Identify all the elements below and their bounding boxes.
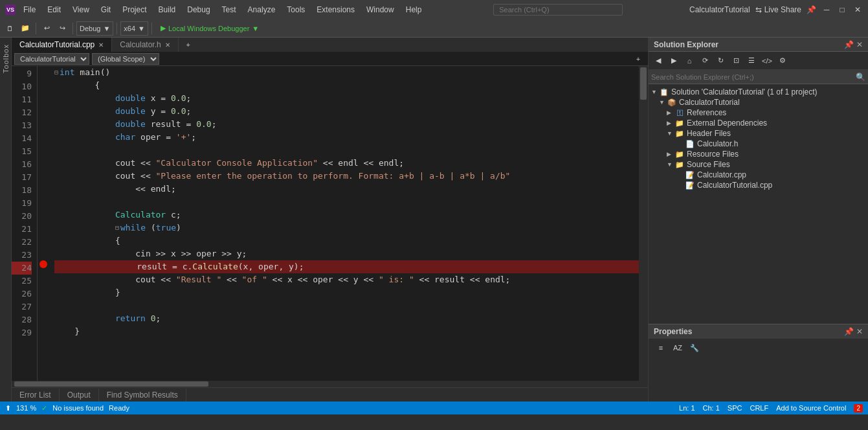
sol-close-button[interactable]: ✕ <box>856 40 863 49</box>
tab-error-list[interactable]: Error List <box>12 389 60 402</box>
prop-close-button[interactable]: ✕ <box>856 327 863 336</box>
sol-refresh-button[interactable]: ↻ <box>713 54 728 68</box>
class-dropdown[interactable]: CalculatorTutorial <box>14 53 89 65</box>
menu-extensions[interactable]: Extensions <box>311 4 360 16</box>
code-line-15 <box>54 144 639 157</box>
sol-xml-button[interactable]: </> <box>760 54 774 68</box>
sol-filter-button[interactable]: ⊡ <box>729 54 743 68</box>
tree-project[interactable]: ▼ 📦 CalculatorTutorial <box>649 97 868 107</box>
editor-body: 9 10 11 12 13 14 15 16 17 18 19 20 21 22… <box>12 66 648 381</box>
menu-file[interactable]: File <box>18 4 41 16</box>
tab-calculator-h[interactable]: Calculator.h ✕ <box>112 38 178 52</box>
redo-button[interactable]: ↪ <box>55 21 69 36</box>
menu-tools[interactable]: Tools <box>282 4 310 16</box>
code-line-28: return 0; <box>54 312 639 325</box>
calculatortutorial-cpp-label: CalculatorTutorial.cpp <box>697 181 772 190</box>
status-position: Ln: 1 <box>679 404 695 412</box>
toolbar-sep-3 <box>117 23 117 34</box>
window-title <box>493 4 623 16</box>
solution-explorer-search: 🔍 <box>649 70 868 84</box>
menu-build[interactable]: Build <box>153 4 181 16</box>
sol-sync-button[interactable]: ⟳ <box>698 54 712 68</box>
debug-config-dropdown[interactable]: Debug ▼ <box>76 21 113 36</box>
breakpoint-24[interactable] <box>39 260 47 268</box>
menu-edit[interactable]: Edit <box>42 4 66 16</box>
status-zoom[interactable]: 131 % <box>16 404 36 412</box>
sol-view-button[interactable]: ☰ <box>744 54 759 68</box>
tab-find-symbol-results[interactable]: Find Symbol Results <box>99 389 186 402</box>
tree-solution[interactable]: ▼ 📋 Solution 'CalculatorTutorial' (1 of … <box>649 87 868 97</box>
code-line-12: double y = 0.0; <box>54 105 639 118</box>
tab-output[interactable]: Output <box>60 389 99 402</box>
arch-arrow: ▼ <box>138 25 145 32</box>
menu-debug[interactable]: Debug <box>182 4 215 16</box>
tab-calculatortutorial-cpp[interactable]: CalculatorTutorial.cpp ✕ <box>12 38 112 52</box>
prop-pin-button[interactable]: 📌 <box>844 327 854 336</box>
sol-search-field[interactable] <box>651 73 856 81</box>
prop-cat-button[interactable]: ≡ <box>654 341 668 355</box>
toolbar-sep-2 <box>72 23 73 34</box>
prop-alpha-button[interactable]: AZ <box>671 341 685 355</box>
properties-toolbar: ≡ AZ 🔧 <box>649 339 868 357</box>
undo-button[interactable]: ↩ <box>39 21 54 36</box>
h-scrollbar-thumb[interactable] <box>14 381 208 387</box>
prop-wrench-button[interactable]: 🔧 <box>687 341 702 355</box>
sol-home-button[interactable]: ⌂ <box>682 54 696 68</box>
liveshare-button[interactable]: ⇆ Live Share <box>755 5 801 14</box>
sol-props-button[interactable]: ⚙ <box>775 54 790 68</box>
tree-references[interactable]: ▶ ⚿ References <box>649 107 868 118</box>
code-area[interactable]: ⊟int main() { double x = 0.0; double y =… <box>49 66 639 381</box>
add-source-control[interactable]: Add to Source Control <box>776 404 846 412</box>
sol-search-icon: 🔍 <box>856 73 865 82</box>
add-nav-button[interactable]: + <box>631 52 645 66</box>
tree-calculator-h[interactable]: 📄 Calculator.h <box>649 139 868 149</box>
vertical-scrollbar[interactable] <box>639 66 648 381</box>
title-search-input[interactable] <box>493 4 623 16</box>
calculator-cpp-icon: 📝 <box>685 171 695 179</box>
header-files-icon: 📁 <box>674 130 685 138</box>
calculator-cpp-label: Calculator.cpp <box>697 170 746 179</box>
tree-calculatortutorial-cpp[interactable]: 📝 CalculatorTutorial.cpp <box>649 180 868 190</box>
open-file-button[interactable]: 📁 <box>18 21 32 36</box>
horizontal-scrollbar[interactable] <box>12 381 648 387</box>
code-line-13: double result = 0.0; <box>54 118 639 131</box>
source-control-icon[interactable]: ⬆ <box>5 404 11 413</box>
code-line-27 <box>54 299 639 312</box>
menu-help[interactable]: Help <box>401 4 427 16</box>
new-tab-button[interactable]: + <box>181 38 195 52</box>
member-dropdown[interactable]: (Global Scope) <box>92 53 159 65</box>
tab-close-0[interactable]: ✕ <box>98 41 104 49</box>
project-icon: 📦 <box>667 98 677 107</box>
menu-project[interactable]: Project <box>117 4 151 16</box>
close-button[interactable]: ✕ <box>852 5 863 15</box>
code-line-26: } <box>54 286 639 299</box>
tree-header-files[interactable]: ▼ 📁 Header Files <box>649 128 868 139</box>
sol-forward-button[interactable]: ▶ <box>667 54 681 68</box>
line-numbers: 9 10 11 12 13 14 15 16 17 18 19 20 21 22… <box>12 66 38 381</box>
restore-button[interactable]: □ <box>837 5 847 15</box>
menu-window[interactable]: Window <box>361 4 399 16</box>
code-line-23: cin >> x >> oper >> y; <box>54 247 639 260</box>
arch-dropdown[interactable]: x64 ▼ <box>120 21 148 36</box>
run-button[interactable]: ▶ Local Windows Debugger ▼ <box>155 21 264 36</box>
sol-pin-button[interactable]: 📌 <box>844 40 854 49</box>
prop-header-buttons: 📌 ✕ <box>844 327 863 336</box>
new-file-button[interactable]: 🗒 <box>3 21 17 36</box>
run-arrow: ▼ <box>252 25 259 32</box>
code-line-24: result = c.Calculate(x, oper, y); <box>54 260 639 273</box>
menu-test[interactable]: Test <box>217 4 241 16</box>
sol-back-button[interactable]: ◀ <box>651 54 665 68</box>
status-line-ending: CRLF <box>750 404 768 412</box>
tree-external-deps[interactable]: ▶ 📁 External Dependencies <box>649 118 868 128</box>
tree-calculator-cpp[interactable]: 📝 Calculator.cpp <box>649 170 868 180</box>
minimize-button[interactable]: ─ <box>821 5 832 15</box>
menu-analyze[interactable]: Analyze <box>243 4 281 16</box>
toolbox-label[interactable]: Toolbox <box>2 44 10 73</box>
menu-git[interactable]: Git <box>96 4 116 16</box>
code-line-10: { <box>54 79 639 92</box>
tree-source-files[interactable]: ▼ 📁 Source Files <box>649 159 868 170</box>
scrollbar-thumb[interactable] <box>640 67 647 100</box>
tree-resource-files[interactable]: ▶ 📁 Resource Files <box>649 149 868 159</box>
tab-close-1[interactable]: ✕ <box>165 41 170 49</box>
menu-view[interactable]: View <box>67 4 95 16</box>
